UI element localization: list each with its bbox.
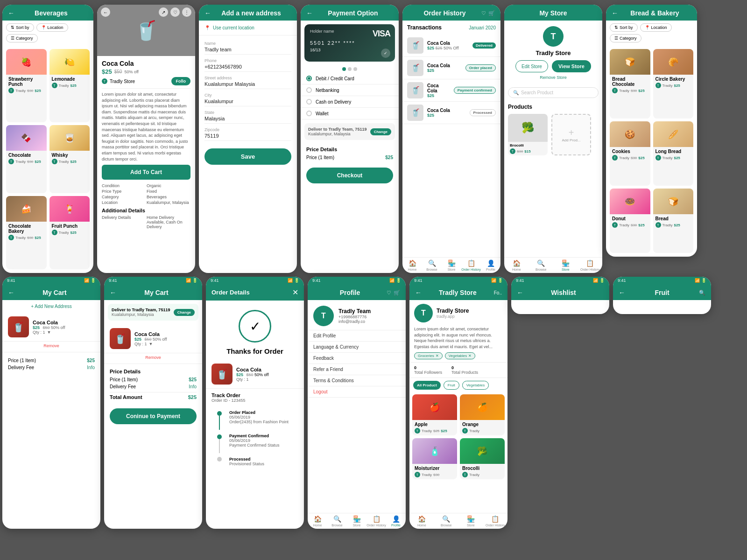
product-donut[interactable]: 🍩 Donut T Tradly $30 $25: [610, 189, 650, 253]
change-btn[interactable]: Change: [174, 309, 195, 316]
product-moisturizer[interactable]: 🧴 Moisturizer T Tradly $30: [412, 438, 457, 479]
vegetables-tag[interactable]: Vegetables✕: [445, 352, 476, 359]
debit-card-option[interactable]: Debit / Credit Card: [301, 73, 399, 84]
back-icon[interactable]: ←: [8, 9, 14, 17]
follow-btn-ts[interactable]: Fo..: [494, 290, 502, 295]
nav-browse[interactable]: 🔍Browse: [434, 515, 459, 527]
product-whisky[interactable]: 🥃 Whisky T Tradly $25: [49, 125, 90, 193]
city-input[interactable]: Kualalumpur: [204, 98, 291, 106]
product-bread[interactable]: 🍞 Bread T Tradly $25: [653, 189, 694, 253]
back-btn[interactable]: ←: [101, 7, 110, 17]
location-pill-bakery[interactable]: 📍Location: [640, 23, 672, 32]
wallet-option[interactable]: Wallet: [301, 108, 399, 119]
more-btn[interactable]: ⋮: [182, 7, 191, 17]
logout-item[interactable]: Logout: [308, 386, 406, 398]
nav-home[interactable]: 🏠Home: [409, 515, 434, 527]
back-icon[interactable]: ←: [8, 289, 14, 296]
terms-item[interactable]: Terms & Conditions: [308, 375, 406, 386]
wishlist-btn[interactable]: ♡: [170, 7, 180, 17]
product-breadchoc[interactable]: 🍞 Bread Chocolate T Tradly $30 $25: [610, 49, 650, 119]
back-icon[interactable]: ←: [306, 9, 313, 17]
product-broccoli-ts[interactable]: 🥦 Brocolli T Tradly: [460, 438, 505, 479]
product-chocbakery[interactable]: 🍰 Chocolate Bakery T Tradly $30 $25: [6, 196, 47, 269]
nav-store[interactable]: 🏪Store: [458, 515, 483, 527]
product-fruitpunch[interactable]: 🍹 Fruit Punch T Tradly $25: [49, 196, 90, 269]
nav-order[interactable]: 📋Order History: [578, 259, 603, 271]
history-item-3[interactable]: 🥤 Coca Cola $25 Processed: [402, 102, 500, 124]
back-icon[interactable]: ←: [619, 289, 625, 296]
nav-home[interactable]: 🏠Home: [402, 259, 422, 271]
all-product-tab[interactable]: All Product: [413, 381, 441, 390]
history-item-1[interactable]: 🥤 Coca Cola $25 Order placed: [402, 57, 500, 79]
use-current-location[interactable]: 📍 Use current location: [199, 21, 297, 35]
qty-selector[interactable]: Qty : 1 ▼: [134, 342, 197, 346]
view-store-btn[interactable]: View Store: [552, 60, 591, 72]
cart-icon[interactable]: 🛒: [488, 10, 495, 16]
checkout-btn[interactable]: Checkout: [306, 168, 393, 183]
sort-by-pill-bakery[interactable]: ⇅Sort by: [610, 23, 638, 32]
product-cookies[interactable]: 🍪 Cookies T Tradly $30 $25: [610, 121, 650, 186]
remove-btn[interactable]: Remove: [2, 342, 100, 350]
close-icon[interactable]: ✕: [292, 288, 298, 297]
netbanking-option[interactable]: Netbanking: [301, 84, 399, 96]
nav-store[interactable]: 🏪Store: [347, 515, 366, 527]
back-icon[interactable]: ←: [415, 289, 422, 296]
nav-browse[interactable]: 🔍Browse: [327, 515, 347, 527]
edit-profile-item[interactable]: Edit Profile: [308, 330, 406, 342]
category-pill[interactable]: ☰Category: [6, 34, 38, 42]
vegetables-tab[interactable]: Vegetables: [462, 381, 489, 390]
wishlist-icon[interactable]: ♡: [481, 10, 486, 16]
phone-input[interactable]: +621234567890: [204, 64, 291, 72]
product-circle[interactable]: 🥐 Circle Bakery T Tradly $25: [653, 49, 694, 119]
change-addr-btn[interactable]: Change: [370, 128, 391, 135]
product-orange[interactable]: 🍊 Orange T Tradly: [460, 394, 505, 435]
add-to-cart-btn[interactable]: Add To Cart: [102, 165, 190, 180]
nav-store[interactable]: 🏪Store: [553, 259, 578, 271]
groceries-tag[interactable]: Groceries✕: [414, 352, 443, 359]
nav-home[interactable]: 🏠Home: [504, 259, 529, 271]
save-address-btn[interactable]: Save: [204, 148, 291, 165]
referral-item[interactable]: Refer a Friend: [308, 364, 406, 375]
remove-btn-top[interactable]: Remove: [104, 353, 202, 362]
add-address-btn[interactable]: + Add New Address: [2, 300, 100, 313]
continue-payment-btn[interactable]: Coninue to Payment: [110, 408, 197, 424]
state-input[interactable]: Malaysia: [204, 116, 291, 124]
nav-home[interactable]: 🏠Home: [308, 515, 327, 527]
store-product-broccoli[interactable]: 🥦 Brocolli T $30 $15: [508, 114, 548, 155]
history-item-2[interactable]: 🥤 Coca Cola $25 Payment confirmed: [402, 79, 500, 102]
nav-profile[interactable]: 👤Profile: [481, 259, 500, 271]
product-chocolate[interactable]: 🍫 Chocolate T Tradly $30 $25: [6, 125, 47, 193]
wishlist-icon[interactable]: ♡: [387, 290, 391, 296]
back-icon[interactable]: ←: [204, 9, 211, 17]
zipcode-input[interactable]: 75119: [204, 133, 291, 141]
product-apple[interactable]: 🍎 Apple T Tradly $25 $25: [412, 394, 457, 435]
feedback-item[interactable]: Feedback: [308, 353, 406, 364]
nav-browse[interactable]: 🔍Browse: [529, 259, 554, 271]
back-icon[interactable]: ←: [612, 9, 618, 17]
nav-profile[interactable]: 👤Profile: [386, 515, 406, 527]
cod-option[interactable]: Cash on Delivery: [301, 96, 399, 108]
nav-order[interactable]: 📋Order History: [483, 515, 508, 527]
name-input[interactable]: Tradly team: [204, 47, 291, 55]
product-strawberry[interactable]: 🍓 Strawberry Punch T Tradly $30 $25: [6, 49, 47, 122]
share-btn[interactable]: ↗: [159, 7, 168, 17]
add-product-card[interactable]: + Add Prod...: [551, 114, 591, 155]
history-item-0[interactable]: 🥤 Coca Cola $25 $25 50% Off Delivered: [402, 35, 500, 57]
back-icon[interactable]: ←: [110, 289, 116, 296]
location-pill[interactable]: 📍Location: [36, 23, 68, 32]
qty-selector[interactable]: Qty : 1 ▼: [33, 330, 95, 335]
back-icon[interactable]: ←: [517, 289, 523, 296]
product-lemonade[interactable]: 🍋 Lemonade T Tradly $25: [49, 49, 90, 122]
nav-order[interactable]: 📋Order History: [366, 515, 386, 527]
language-item[interactable]: Language & Currency: [308, 342, 406, 353]
street-input[interactable]: Kualalumpur Malaysia: [204, 81, 291, 89]
follow-btn[interactable]: Follo: [171, 77, 191, 85]
category-pill-bakery[interactable]: ☰Category: [610, 34, 641, 42]
search-products[interactable]: 🔍 Search Product: [508, 87, 599, 98]
fruit-tab[interactable]: Fruit: [444, 381, 459, 390]
search-icon[interactable]: 🔍: [699, 290, 705, 296]
product-longbread[interactable]: 🥖 Long Bread T Tradly $25: [653, 121, 694, 186]
nav-order-history[interactable]: 📋Order History: [461, 259, 481, 271]
cart-icon[interactable]: 🛒: [394, 290, 400, 296]
nav-browse[interactable]: 🔍Browse: [422, 259, 442, 271]
